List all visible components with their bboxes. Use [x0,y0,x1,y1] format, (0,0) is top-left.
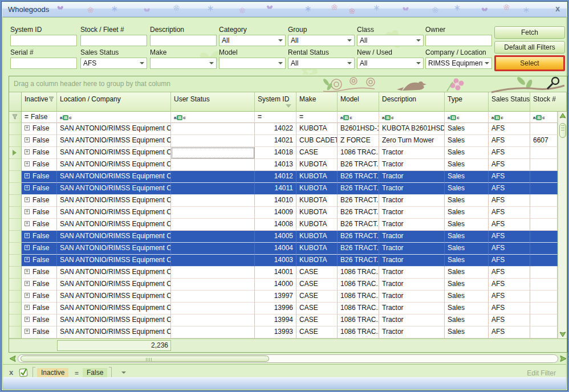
class-dropdown-button[interactable] [414,36,422,45]
cell-system_id[interactable]: 14005 [255,231,296,243]
cell-make[interactable]: CASE [296,326,338,338]
make-dropdown[interactable] [150,58,217,69]
cell-inactive[interactable]: False [22,243,57,255]
description-input[interactable] [150,35,217,46]
active-filter-funnel-icon[interactable] [48,96,54,102]
remove-filter-icon[interactable]: x [9,369,13,376]
cell-sales_status[interactable]: AFS [489,219,530,231]
cell-user_status[interactable] [171,243,255,255]
row-indicator[interactable] [9,231,22,243]
cell-stock[interactable] [530,243,558,255]
cell-sales_status[interactable]: AFS [489,195,530,207]
filter-cell-sales_status[interactable]: aBc [489,112,530,123]
cell-location[interactable]: SAN ANTONIO/RIMSS Equipment Com... [57,326,171,338]
rental-status-dropdown-button[interactable] [345,59,353,68]
cell-sales_status[interactable]: AFS [489,291,530,303]
cell-stock[interactable] [530,171,558,183]
cell-make[interactable]: KUBOTA [296,207,338,219]
table-row[interactable]: FalseSAN ANTONIO/RIMSS Equipment Com...1… [9,243,567,255]
cell-make[interactable]: CASE [296,267,338,279]
cell-type[interactable]: Sales [445,291,489,303]
cell-location[interactable]: SAN ANTONIO/RIMSS Equipment Com... [57,207,171,219]
cell-description[interactable]: Tractor [379,255,445,267]
cell-sales_status[interactable]: AFS [489,326,530,338]
column-header-location[interactable]: Location / Company [57,92,171,112]
table-row[interactable]: FalseSAN ANTONIO/RIMSS Equipment Com...1… [9,303,567,315]
cell-inactive[interactable]: False [22,279,57,291]
cell-type[interactable]: Sales [445,183,489,195]
cell-location[interactable]: SAN ANTONIO/RIMSS Equipment Com... [57,303,171,315]
table-row[interactable]: FalseSAN ANTONIO/RIMSS Equipment Com...1… [9,315,567,326]
expand-icon[interactable] [25,293,30,298]
expand-icon[interactable] [25,209,30,214]
filter-cell-type[interactable]: aBc [445,112,489,123]
cell-model[interactable]: B2601HSD-1 [338,123,379,135]
cell-type[interactable]: Sales [445,231,489,243]
cell-description[interactable]: Tractor [379,219,445,231]
cell-location[interactable]: SAN ANTONIO/RIMSS Equipment Com... [57,183,171,195]
cell-inactive[interactable]: False [22,291,57,303]
table-row[interactable]: FalseSAN ANTONIO/RIMSS Equipment Com...1… [9,279,567,291]
cell-inactive[interactable]: False [22,207,57,219]
column-header-type[interactable]: Type [445,92,489,112]
cell-stock[interactable] [530,279,558,291]
cell-sales_status[interactable]: AFS [489,183,530,195]
cell-system_id[interactable]: 13996 [255,303,296,315]
cell-inactive[interactable]: False [22,303,57,315]
row-indicator[interactable] [9,279,22,291]
cell-system_id[interactable]: 14011 [255,183,296,195]
row-indicator[interactable] [9,171,22,183]
cell-sales_status[interactable]: AFS [489,303,530,315]
cell-description[interactable]: Tractor [379,231,445,243]
cell-model[interactable]: B26 TRACT... [338,195,379,207]
expand-icon[interactable] [25,173,30,178]
cell-type[interactable]: Sales [445,219,489,231]
cell-user_status[interactable] [171,303,255,315]
table-row[interactable]: FalseSAN ANTONIO/RIMSS Equipment Com...1… [9,195,567,207]
cell-user_status[interactable] [171,183,255,195]
row-indicator[interactable] [9,326,22,338]
cell-inactive[interactable]: False [22,255,57,267]
expand-icon[interactable] [25,149,30,154]
cell-user_status[interactable] [171,207,255,219]
serial-input[interactable] [10,58,77,69]
cell-make[interactable]: CASE [296,279,338,291]
cell-user_status[interactable] [171,231,255,243]
cell-inactive[interactable]: False [22,267,57,279]
owner-input[interactable] [425,35,492,46]
scroll-right-icon[interactable] [559,355,567,362]
cell-type[interactable]: Sales [445,171,489,183]
cell-sales_status[interactable]: AFS [489,267,530,279]
table-row[interactable]: FalseSAN ANTONIO/RIMSS Equipment Com...1… [9,326,567,338]
cell-make[interactable]: KUBOTA [296,195,338,207]
filter-cell-model[interactable]: aBc [338,112,379,123]
cell-system_id[interactable]: 14022 [255,123,296,135]
cell-location[interactable]: SAN ANTONIO/RIMSS Equipment Com... [57,291,171,303]
cell-user_status[interactable] [171,147,255,159]
horizontal-scroll-thumb[interactable] [21,356,269,362]
fetch-button[interactable]: Fetch [494,26,565,39]
scroll-up-icon[interactable] [559,113,566,120]
sales-status-dropdown-button[interactable] [137,59,146,68]
table-row[interactable]: FalseSAN ANTONIO/RIMSS Equipment Com...1… [9,135,567,147]
filter-cell-stock[interactable]: aBc [530,112,558,123]
cell-stock[interactable] [530,315,558,326]
cell-description[interactable]: Tractor [379,279,445,291]
cell-make[interactable]: KUBOTA [296,243,338,255]
cell-description[interactable]: Tractor [379,326,445,338]
horizontal-scrollbar[interactable] [9,354,567,364]
cell-system_id[interactable]: 13993 [255,326,296,338]
cell-description[interactable]: Tractor [379,147,445,159]
cell-model[interactable]: B26 TRACT... [338,207,379,219]
cell-system_id[interactable]: 14013 [255,159,296,171]
row-indicator[interactable] [9,207,22,219]
cell-system_id[interactable]: 14018 [255,147,296,159]
cell-model[interactable]: B26 TRACT... [338,183,379,195]
cell-stock[interactable] [530,195,558,207]
new-used-dropdown[interactable]: All [357,58,424,69]
filter-row-funnel-icon[interactable] [12,114,18,120]
cell-inactive[interactable]: False [22,171,57,183]
cell-stock[interactable] [530,219,558,231]
cell-location[interactable]: SAN ANTONIO/RIMSS Equipment Com... [57,195,171,207]
cell-type[interactable]: Sales [445,255,489,267]
